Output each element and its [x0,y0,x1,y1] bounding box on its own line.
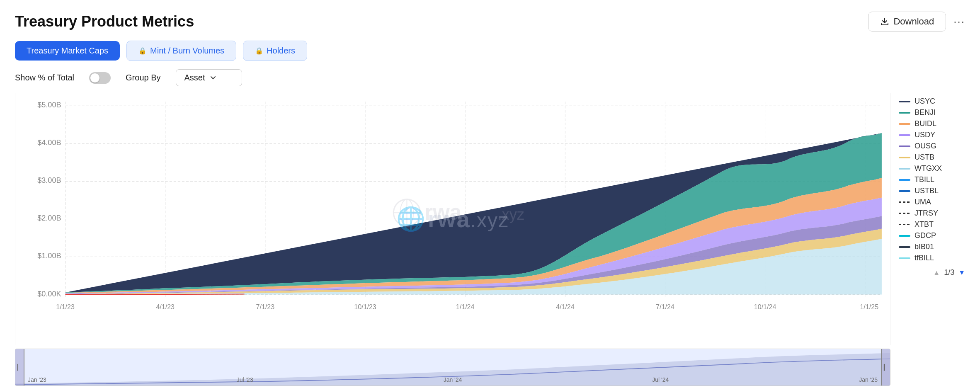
legend-label-xtbt: XTBT [915,220,934,229]
legend-label-gdcp: GDCP [915,231,936,240]
pagination-row: ▲1/3▼ [899,268,965,277]
tab-holders[interactable]: 🔒 Holders [243,41,307,61]
svg-text:$2.00B: $2.00B [37,214,61,222]
chart-main: $5.00B $4.00B $3.00B $2.00B $1.00B $0.00… [15,93,890,386]
legend-label-buidl: BUIDL [915,119,936,128]
legend-color-ustbl [899,190,910,192]
legend-item-benji: BENJI [899,108,965,117]
legend-label-uma: UMA [915,198,931,206]
legend-item-jtrsy: JTRSY [899,209,965,218]
legend-item-tfbill: tfBILL [899,254,965,262]
legend-color-usdy [899,134,910,136]
tab-treasury-market-caps[interactable]: Treasury Market Caps [15,41,120,61]
header-row: Treasury Product Metrics Download ··· [15,12,965,32]
legend-item-xtbt: XTBT [899,220,965,229]
minimap-label-jan25: Jan '25 [859,376,878,383]
legend-item-ustbl: USTBL [899,187,965,195]
chart-area: $5.00B $4.00B $3.00B $2.00B $1.00B $0.00… [15,93,965,386]
legend-color-ousg [899,146,910,147]
svg-text:1/1/23: 1/1/23 [56,303,75,310]
legend-color-usyc [899,101,910,102]
download-button[interactable]: Download [868,12,946,32]
legend-color-gdcp [899,235,910,237]
legend-label-bib01: bIB01 [915,243,934,251]
pagination-prev-button[interactable]: ▲ [933,269,940,276]
minimap-label-jan24: Jan '24 [444,376,462,383]
minimap-labels: Jan '23 Jul '23 Jan '24 Jul '24 Jan '25 [15,376,890,383]
minimap-label-jul24: Jul '24 [652,376,669,383]
legend-label-ustbl: USTBL [915,187,939,195]
legend-item-tbill: TBILL [899,175,965,184]
tabs-row: Treasury Market Caps 🔒 Mint / Burn Volum… [15,41,965,61]
show-pct-label: Show % of Total [15,73,74,82]
legend-label-tbill: TBILL [915,175,934,184]
more-options-button[interactable]: ··· [953,15,965,28]
legend-item-wtgxx: WTGXX [899,164,965,173]
svg-text:1/1/25: 1/1/25 [860,303,878,310]
svg-text:$3.00B: $3.00B [37,176,61,184]
group-by-select[interactable]: Asset [176,69,242,86]
page-container: Treasury Product Metrics Download ··· Tr… [0,0,980,388]
group-by-label: Group By [126,73,160,82]
pagination-next-button[interactable]: ▼ [958,269,965,276]
legend-color-uma [899,201,910,203]
chart-svg-container[interactable]: $5.00B $4.00B $3.00B $2.00B $1.00B $0.00… [15,93,890,345]
legend-color-benji [899,112,910,114]
svg-text:4/1/23: 4/1/23 [156,303,175,310]
legend-color-tfbill [899,257,910,259]
legend-color-ustb [899,157,910,158]
legend-label-usyc: USYC [915,97,935,106]
controls-row: Show % of Total Group By Asset [15,69,965,86]
svg-text:10/1/24: 10/1/24 [754,303,776,310]
download-icon [880,17,889,26]
legend-item-buidl: BUIDL [899,119,965,128]
svg-text:10/1/23: 10/1/23 [354,303,376,310]
legend-label-ustb: USTB [915,153,934,162]
toggle-knob [90,73,99,82]
legend-item-gdcp: GDCP [899,231,965,240]
show-pct-toggle[interactable] [89,72,111,84]
legend-item-ousg: OUSG [899,142,965,150]
svg-text:$4.00B: $4.00B [37,138,61,147]
legend-color-tbill [899,179,910,181]
pagination-label: 1/3 [944,268,954,277]
svg-text:1/1/24: 1/1/24 [456,303,475,310]
legend-color-jtrsy [899,213,910,214]
legend-item-bib01: bIB01 [899,243,965,251]
legend-label-usdy: USDY [915,131,935,139]
svg-text:$1.00B: $1.00B [37,252,61,260]
legend-item-usdy: USDY [899,131,965,139]
minimap-container[interactable]: ▏ ▎ Jan '23 Jul '23 Jan '24 Jul '24 Jan … [15,349,890,386]
legend-color-wtgxx [899,168,910,170]
lock-icon-mint-burn: 🔒 [138,47,147,55]
header-actions: Download ··· [868,12,965,32]
main-chart-svg: $5.00B $4.00B $3.00B $2.00B $1.00B $0.00… [15,93,890,345]
legend-item-ustb: USTB [899,153,965,162]
svg-text:4/1/24: 4/1/24 [556,303,575,310]
legend-label-jtrsy: JTRSY [915,209,938,218]
legend-label-ousg: OUSG [915,142,936,150]
svg-text:7/1/23: 7/1/23 [256,303,275,310]
svg-text:$5.00B: $5.00B [37,101,61,109]
svg-text:rwa: rwa [425,200,462,224]
svg-text:7/1/24: 7/1/24 [656,303,674,310]
svg-text:$0.00K: $0.00K [37,289,61,298]
tab-mint-burn-volumes[interactable]: 🔒 Mint / Burn Volumes [126,41,236,61]
page-title: Treasury Product Metrics [15,13,194,30]
legend-item-uma: UMA [899,198,965,206]
legend-color-xtbt [899,224,910,225]
legend-label-wtgxx: WTGXX [915,164,942,173]
lock-icon-holders: 🔒 [255,47,263,55]
legend-color-buidl [899,123,910,125]
legend-color-bib01 [899,246,910,248]
chevron-down-icon [209,74,217,82]
minimap-label-jan23: Jan '23 [28,376,46,383]
svg-text:.xyz: .xyz [498,206,524,223]
legend-item-usyc: USYC [899,97,965,106]
legend-label-benji: BENJI [915,108,936,117]
legend-panel: USYCBENJIBUIDLUSDYOUSGUSTBWTGXXTBILLUSTB… [890,93,965,386]
legend-label-tfbill: tfBILL [915,254,934,262]
minimap-label-jul23: Jul '23 [237,376,253,383]
